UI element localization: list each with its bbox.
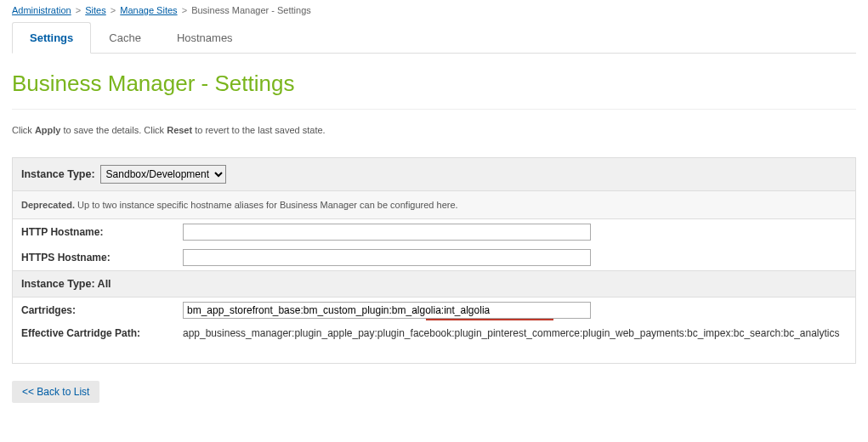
https-hostname-label: HTTPS Hostname: bbox=[21, 252, 183, 264]
cartridges-label: Cartridges: bbox=[21, 304, 183, 316]
breadcrumb-sep: > bbox=[76, 5, 81, 15]
http-hostname-row: HTTP Hostname: bbox=[13, 219, 855, 245]
https-hostname-row: HTTPS Hostname: bbox=[13, 245, 855, 270]
instance-type-row: Instance Type: Sandbox/Development bbox=[13, 158, 855, 190]
http-hostname-input[interactable] bbox=[183, 224, 591, 241]
instance-type-select[interactable]: Sandbox/Development bbox=[100, 165, 226, 184]
tab-hostnames[interactable]: Hostnames bbox=[159, 22, 251, 54]
breadcrumb: Administration > Sites > Manage Sites > … bbox=[12, 5, 856, 15]
help-apply: Apply bbox=[35, 125, 61, 135]
help-prefix: Click bbox=[12, 125, 35, 135]
effective-path-label: Effective Cartridge Path: bbox=[21, 327, 183, 339]
http-hostname-label: HTTP Hostname: bbox=[21, 226, 183, 238]
back-to-list-button[interactable]: << Back to List bbox=[12, 381, 99, 403]
https-hostname-input[interactable] bbox=[183, 249, 591, 266]
effective-path-value: app_business_manager:plugin_apple_pay:pl… bbox=[183, 327, 847, 339]
breadcrumb-sep: > bbox=[111, 5, 116, 15]
deprecated-text: Up to two instance specific hostname ali… bbox=[75, 200, 458, 210]
help-mid: to save the details. Click bbox=[60, 125, 167, 135]
help-reset: Reset bbox=[167, 125, 192, 135]
tab-settings[interactable]: Settings bbox=[12, 22, 91, 54]
instance-type-label: Instance Type: bbox=[21, 168, 95, 180]
tab-cache[interactable]: Cache bbox=[91, 22, 159, 54]
deprecated-note: Deprecated. Up to two instance specific … bbox=[13, 190, 855, 219]
effective-path-row: Effective Cartridge Path: app_business_m… bbox=[13, 323, 855, 363]
help-text: Click Apply to save the details. Click R… bbox=[12, 125, 856, 135]
help-suffix: to revert to the last saved state. bbox=[192, 125, 326, 135]
settings-panel: Instance Type: Sandbox/Development Depre… bbox=[12, 157, 856, 364]
breadcrumb-manage[interactable]: Manage Sites bbox=[120, 5, 177, 15]
breadcrumb-sites[interactable]: Sites bbox=[85, 5, 105, 15]
deprecated-label: Deprecated. bbox=[21, 200, 75, 210]
breadcrumb-current: Business Manager - Settings bbox=[191, 5, 311, 15]
instance-type-all-header: Instance Type: All bbox=[13, 270, 855, 298]
cartridges-row: Cartridges: bbox=[13, 298, 855, 323]
tabs: Settings Cache Hostnames bbox=[12, 22, 856, 54]
cartridges-input[interactable] bbox=[183, 302, 591, 319]
breadcrumb-admin[interactable]: Administration bbox=[12, 5, 71, 15]
page-title: Business Manager - Settings bbox=[12, 71, 856, 110]
breadcrumb-sep: > bbox=[182, 5, 187, 15]
